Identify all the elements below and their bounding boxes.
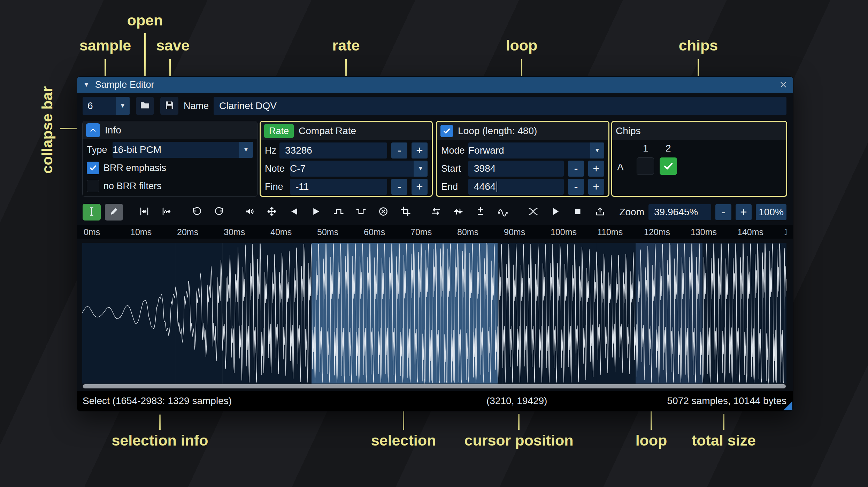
hz-label: Hz: [265, 145, 275, 156]
delete-selection-button[interactable]: [374, 204, 392, 221]
zoom-out-button[interactable]: -: [715, 204, 731, 220]
timeline-label: 70ms: [410, 227, 432, 237]
window-title: Sample Editor: [95, 79, 154, 90]
preview-sample-button[interactable]: [546, 204, 564, 221]
toolbar-tools: [83, 204, 613, 221]
sample-number-dropdown[interactable]: 6 ▼: [83, 97, 130, 115]
fine-label: Fine: [265, 181, 286, 192]
scrollbar-thumb[interactable]: [83, 384, 786, 388]
invert-button[interactable]: [449, 204, 467, 221]
close-button[interactable]: [777, 78, 790, 91]
draw-tool-button[interactable]: [105, 204, 123, 221]
window-collapse-icon[interactable]: ▼: [83, 81, 90, 88]
open-sample-button[interactable]: [136, 97, 154, 115]
stop-preview-button[interactable]: [569, 204, 587, 221]
fade-in-button[interactable]: [285, 204, 303, 221]
create-wavetable-button[interactable]: [591, 204, 609, 221]
resize-tool-icon: [139, 206, 149, 218]
filter-icon: [498, 206, 508, 218]
mode-label: Mode: [441, 145, 464, 156]
brr-emphasis-checkbox[interactable]: [87, 162, 99, 174]
loop-start-minus-button[interactable]: -: [568, 161, 584, 177]
redo-button[interactable]: [210, 204, 228, 221]
zoom-in-button[interactable]: +: [736, 204, 752, 220]
window-titlebar[interactable]: ▼ Sample Editor: [77, 77, 793, 93]
loop-panel: Loop (length: 480) Mode Forward ▼ Start …: [436, 121, 609, 197]
sample-editor-window: ▼ Sample Editor 6 ▼ Name Clarinet DQV In…: [77, 76, 793, 411]
waveform-canvas[interactable]: [82, 243, 786, 384]
resample-tool-button[interactable]: [158, 204, 176, 221]
annotation-chips: chips: [679, 37, 718, 54]
select-tool-button[interactable]: [83, 204, 101, 221]
hz-minus-button[interactable]: -: [391, 142, 407, 159]
chip-a2-checkbox[interactable]: [660, 157, 677, 175]
zoom-label: Zoom: [619, 207, 644, 218]
loop-panel-header: Loop (length: 480): [437, 122, 608, 140]
amplify-button[interactable]: [240, 204, 259, 221]
chevron-down-icon: ▼: [414, 161, 428, 177]
fine-minus-button[interactable]: -: [391, 179, 407, 195]
sample-name-input[interactable]: Clarinet DQV: [214, 97, 786, 115]
fade-out-button[interactable]: [307, 204, 325, 221]
undo-button[interactable]: [188, 204, 206, 221]
signed-unsigned-icon: [475, 206, 486, 218]
chips-panel-title: Chips: [616, 125, 641, 137]
fade-out-icon: [311, 206, 322, 218]
note-dropdown[interactable]: C-7 ▼: [290, 161, 428, 177]
redo-icon: [214, 206, 224, 218]
fine-plus-button[interactable]: +: [412, 179, 428, 195]
reverse-button[interactable]: [427, 204, 445, 221]
loop-end-plus-button[interactable]: +: [588, 179, 604, 195]
loop-enable-checkbox[interactable]: [440, 125, 453, 137]
resize-tool-button[interactable]: [135, 204, 153, 221]
loop-start-plus-button[interactable]: +: [588, 161, 604, 177]
trim-button[interactable]: [397, 204, 415, 221]
chips-column-2: 2: [666, 143, 671, 154]
annotation-loop-bottom: loop: [636, 432, 667, 449]
collapse-bar-button[interactable]: [86, 123, 100, 137]
info-panel-header: Info: [83, 121, 257, 139]
fine-input[interactable]: -11: [290, 179, 387, 195]
reverse-icon: [431, 206, 441, 218]
loop-mode-dropdown[interactable]: Forward ▼: [468, 142, 604, 159]
create-wavetable-icon: [595, 206, 605, 218]
chip-a1-checkbox[interactable]: [637, 157, 654, 175]
note-label: Note: [265, 163, 286, 174]
normalize-icon: [267, 206, 277, 218]
loop-end-input[interactable]: 4464: [468, 179, 564, 195]
apply-silence-button[interactable]: [352, 204, 370, 221]
waveform-scrollbar[interactable]: [82, 384, 786, 389]
tab-compat-rate[interactable]: Compat Rate: [299, 125, 356, 137]
insert-silence-button[interactable]: [330, 204, 348, 221]
signed-unsigned-button[interactable]: [471, 204, 490, 221]
annotation-selection: selection: [371, 432, 436, 449]
tab-rate[interactable]: Rate: [264, 124, 294, 138]
filter-button[interactable]: [494, 204, 512, 221]
normalize-button[interactable]: [263, 204, 281, 221]
save-sample-button[interactable]: [160, 97, 178, 115]
loop-end-minus-button[interactable]: -: [568, 179, 584, 195]
crossfade-button[interactable]: [524, 204, 542, 221]
annotation-line: [159, 415, 161, 430]
hz-value: 33286: [285, 145, 312, 156]
floppy-icon: [164, 100, 175, 112]
zoom-reset-button[interactable]: 100%: [756, 204, 786, 220]
desktop-background: sample open save rate loop chips collaps…: [0, 0, 868, 487]
hz-input[interactable]: 33286: [279, 142, 387, 159]
hz-plus-button[interactable]: +: [412, 142, 428, 159]
type-dropdown[interactable]: 16-bit PCM ▼: [113, 142, 253, 158]
chevron-down-icon: ▼: [239, 142, 253, 158]
chevron-down-icon: ▼: [590, 142, 604, 159]
timeline-label: 150ms: [784, 227, 786, 237]
window-resize-grip[interactable]: [783, 401, 792, 410]
zoom-input[interactable]: 39.9645%: [648, 204, 711, 220]
loop-start-input[interactable]: 3984: [468, 161, 564, 177]
timeline-label: 130ms: [691, 227, 717, 237]
name-label: Name: [184, 97, 209, 115]
no-brr-filters-checkbox[interactable]: [87, 180, 99, 192]
zoom-value: 39.9645%: [654, 207, 698, 218]
fine-value: -11: [295, 181, 309, 192]
loop-start-value: 3984: [474, 163, 496, 174]
info-panel: Info Type 16-bit PCM ▼ BRR emphasis no B…: [82, 121, 258, 197]
selection-info-text: Select (1654-2983: 1329 samples): [83, 395, 232, 407]
